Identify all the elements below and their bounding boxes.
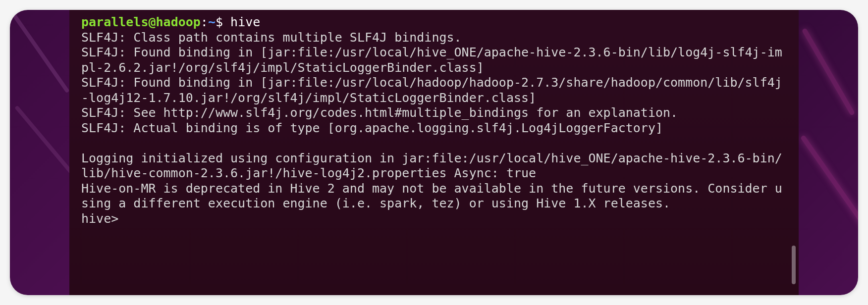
prompt-at: @ (148, 15, 156, 29)
terminal-window[interactable]: parallels@hadoop:~$ hive SLF4J: Class pa… (69, 10, 799, 295)
prompt-colon: : (201, 15, 208, 29)
terminal-output-line: SLF4J: Found binding in [jar:file:/usr/l… (81, 45, 782, 75)
desktop-background: parallels@hadoop:~$ hive SLF4J: Class pa… (10, 10, 858, 295)
terminal-output-line: Logging initialized using configuration … (81, 151, 782, 181)
hive-prompt[interactable]: hive> (81, 211, 126, 226)
terminal-output-line: SLF4J: Class path contains multiple SLF4… (81, 30, 462, 45)
prompt-user: parallels (81, 15, 148, 29)
terminal-output-line: SLF4J: Actual binding is of type [org.ap… (81, 121, 663, 135)
prompt-dollar: $ (216, 15, 223, 29)
prompt-host: hadoop (156, 15, 201, 29)
scrollbar-thumb[interactable] (792, 246, 796, 284)
terminal-output-line: SLF4J: See http://www.slf4j.org/codes.ht… (81, 105, 678, 120)
terminal-output-line: Hive-on-MR is deprecated in Hive 2 and m… (81, 181, 782, 211)
terminal-output-line: SLF4J: Found binding in [jar:file:/usr/l… (81, 75, 782, 105)
prompt-path: ~ (208, 15, 216, 29)
command-input[interactable]: hive (230, 15, 260, 29)
